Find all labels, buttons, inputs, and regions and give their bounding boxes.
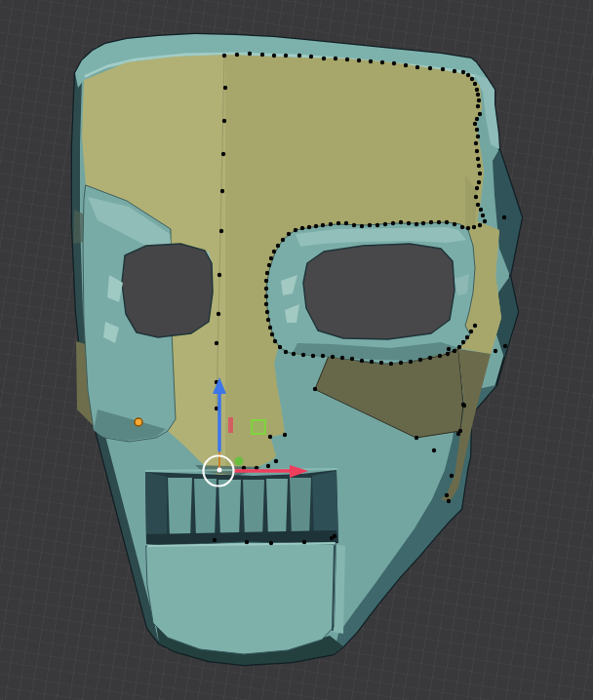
mesh-vertex[interactable]	[475, 117, 479, 121]
mesh-vertex[interactable]	[220, 189, 224, 193]
mesh-vertex[interactable]	[357, 58, 361, 62]
mesh-vertex[interactable]	[475, 186, 479, 190]
mesh-vertex[interactable]	[321, 223, 325, 227]
mesh-vertex[interactable]	[466, 226, 470, 230]
mesh-vertex[interactable]	[272, 250, 276, 253]
mesh-vertex[interactable]	[217, 273, 221, 277]
mesh-vertex[interactable]	[503, 344, 507, 348]
mesh-vertex[interactable]	[477, 98, 481, 102]
mesh-vertex[interactable]	[270, 332, 274, 336]
mesh-vertex[interactable]	[331, 355, 335, 359]
mesh-vertex[interactable]	[340, 356, 344, 360]
mesh-vertex[interactable]	[473, 82, 477, 86]
mesh-vertex[interactable]	[461, 70, 465, 74]
mesh-vertex[interactable]	[219, 229, 223, 233]
mesh-vertex[interactable]	[457, 345, 461, 349]
mesh-vertex[interactable]	[465, 335, 469, 339]
mesh-vertex[interactable]	[421, 221, 425, 225]
mesh-vertex[interactable]	[269, 256, 273, 260]
mesh-vertex[interactable]	[221, 152, 225, 156]
mesh-vertex[interactable]	[404, 63, 408, 67]
mesh-vertex[interactable]	[469, 330, 473, 333]
mesh-vertex[interactable]	[260, 53, 264, 57]
mesh-vertex[interactable]	[265, 271, 269, 275]
mesh-vertex[interactable]	[294, 228, 297, 232]
mesh-vertex[interactable]	[213, 538, 217, 542]
mesh-vertex[interactable]	[266, 464, 270, 468]
mesh-vertex[interactable]	[474, 195, 478, 199]
mesh-vertex[interactable]	[407, 221, 411, 225]
mesh-vertex[interactable]	[415, 65, 419, 69]
mesh-vertex[interactable]	[268, 435, 272, 439]
mesh-vertex[interactable]	[245, 540, 249, 544]
mesh-vertex[interactable]	[309, 55, 313, 58]
mesh-vertex[interactable]	[502, 215, 506, 219]
mesh-vertex[interactable]	[334, 57, 337, 60]
mesh-vertex[interactable]	[217, 312, 220, 316]
mesh-vertex[interactable]	[287, 232, 291, 236]
mesh-vertex[interactable]	[446, 352, 450, 356]
mesh-vertex[interactable]	[301, 353, 305, 357]
mesh-vertex[interactable]	[297, 54, 301, 58]
mesh-vertex[interactable]	[453, 349, 456, 353]
mesh-vertex[interactable]	[472, 225, 476, 229]
mesh-vertex[interactable]	[447, 499, 451, 503]
mesh-vertex[interactable]	[313, 387, 317, 391]
mesh-vertex[interactable]	[475, 88, 479, 92]
mesh-vertex[interactable]	[477, 180, 481, 184]
mesh-vertex[interactable]	[399, 361, 403, 365]
mesh-vertex[interactable]	[264, 294, 268, 298]
mesh-vertex[interactable]	[445, 220, 449, 224]
mesh-vertex[interactable]	[360, 224, 364, 228]
mesh-vertex[interactable]	[383, 222, 387, 226]
mesh-vertex[interactable]	[329, 222, 333, 226]
mesh-vertex[interactable]	[350, 357, 354, 361]
gizmo-y-axis-dot[interactable]	[235, 457, 244, 466]
mesh-vertex[interactable]	[476, 104, 480, 108]
mesh-vertex[interactable]	[453, 222, 456, 226]
mesh-vertex[interactable]	[476, 157, 480, 161]
mesh-scene[interactable]	[0, 0, 593, 700]
mesh-vertex[interactable]	[274, 459, 278, 463]
mesh-vertex[interactable]	[476, 203, 480, 207]
mesh-vertex[interactable]	[415, 436, 418, 440]
mesh-vertex[interactable]	[264, 302, 268, 306]
mesh-vertex[interactable]	[428, 356, 432, 360]
mesh-vertex[interactable]	[392, 61, 396, 65]
mesh-vertex[interactable]	[370, 360, 374, 364]
mesh-vertex[interactable]	[215, 341, 218, 345]
mesh-vertex[interactable]	[476, 93, 480, 97]
mesh-vertex[interactable]	[360, 359, 364, 363]
mesh-vertex[interactable]	[456, 432, 460, 436]
mesh-vertex[interactable]	[450, 474, 454, 478]
mesh-vertex[interactable]	[477, 164, 481, 168]
mesh-vertex[interactable]	[481, 214, 485, 217]
mesh-vertex[interactable]	[478, 112, 482, 116]
mesh-vertex[interactable]	[380, 60, 384, 64]
mesh-vertex[interactable]	[466, 73, 470, 77]
mesh-vertex[interactable]	[281, 238, 285, 242]
mesh-vertex[interactable]	[428, 66, 432, 70]
mesh-vertex[interactable]	[264, 279, 268, 283]
mesh-vertex[interactable]	[475, 128, 479, 132]
mesh-vertex[interactable]	[345, 58, 349, 61]
mesh-vertex[interactable]	[473, 122, 477, 126]
mesh-vertex[interactable]	[418, 358, 422, 362]
mesh-vertex[interactable]	[429, 220, 433, 224]
mesh-vertex[interactable]	[438, 354, 442, 358]
mesh-vertex[interactable]	[278, 345, 282, 349]
gizmo-plane-handle[interactable]	[252, 420, 265, 434]
mesh-vertex[interactable]	[265, 310, 269, 314]
mesh-vertex[interactable]	[273, 339, 277, 343]
mesh-vertex[interactable]	[223, 86, 227, 90]
mesh-vertex[interactable]	[314, 224, 318, 228]
chin-plate[interactable]	[146, 542, 336, 654]
mesh-vertex[interactable]	[336, 221, 340, 225]
mesh-vertex[interactable]	[222, 119, 226, 123]
mesh-vertex[interactable]	[352, 223, 356, 227]
mesh-vertex[interactable]	[222, 54, 226, 58]
mesh-vertex[interactable]	[473, 324, 477, 328]
mesh-vertex[interactable]	[415, 222, 418, 226]
mesh-vertex[interactable]	[248, 52, 252, 56]
mesh-vertex[interactable]	[470, 77, 474, 81]
